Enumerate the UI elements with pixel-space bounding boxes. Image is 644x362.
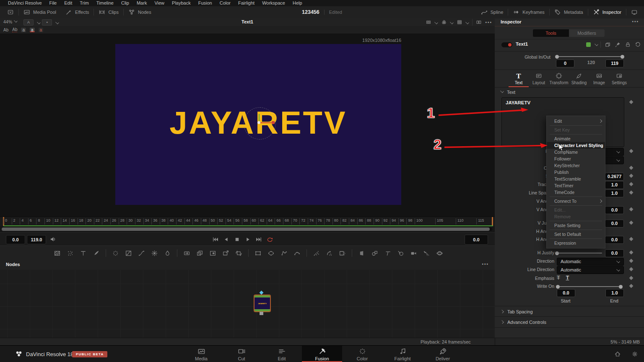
inspector-tab-transform[interactable]: Transform: [549, 70, 569, 87]
split-view-icon[interactable]: [476, 19, 482, 25]
range-end-knob[interactable]: [619, 285, 623, 289]
page-fairlight[interactable]: Fairlight: [382, 346, 423, 362]
section-advanced-controls[interactable]: Advanced Controls: [501, 320, 546, 325]
keyframe-diamond-icon[interactable]: [629, 221, 634, 225]
roi-icon[interactable]: [426, 19, 431, 25]
underline-icon[interactable]: T: [566, 275, 569, 281]
x-axis-handle[interactable]: [259, 122, 273, 123]
text-style-button-5[interactable]: a: [39, 28, 44, 32]
renderer3d-tool-button[interactable]: [436, 250, 443, 257]
speaker-icon[interactable]: [49, 236, 56, 243]
menu-color[interactable]: Color: [216, 0, 234, 6]
scrollbar-thumb[interactable]: [2, 228, 490, 231]
gear-icon[interactable]: [631, 351, 638, 357]
keyframes-button[interactable]: Keyframes: [508, 6, 549, 18]
tab-modifiers[interactable]: Modifiers: [569, 29, 605, 37]
keyframe-diamond-icon[interactable]: [629, 191, 634, 195]
page-edit[interactable]: Edit: [262, 346, 302, 362]
background-tool-button[interactable]: [54, 250, 61, 257]
write-on-end-field[interactable]: 1.0: [605, 289, 624, 297]
global-in-field[interactable]: 0: [556, 59, 574, 67]
menu-timeline[interactable]: Timeline: [93, 0, 117, 6]
play-reverse-button[interactable]: [223, 236, 230, 243]
chevron-down-icon[interactable]: [435, 21, 439, 24]
inspector-tab-text[interactable]: TText: [509, 70, 529, 87]
page-deliver[interactable]: Deliver: [423, 346, 463, 362]
page-fusion[interactable]: Fusion: [302, 346, 342, 362]
context-item-paste-setting[interactable]: Paste Setting: [547, 222, 605, 229]
keyframe-diamond-icon[interactable]: [629, 267, 634, 272]
center-handle[interactable]: [257, 121, 260, 124]
range-start-knob[interactable]: [556, 285, 560, 289]
global-out-field[interactable]: 119: [605, 59, 624, 67]
keyframe-diamond-icon[interactable]: [629, 237, 634, 241]
context-item-follower[interactable]: Follower: [547, 155, 605, 162]
menu-playback[interactable]: Playback: [168, 0, 195, 6]
versions-icon[interactable]: [605, 41, 611, 48]
text-style-button-3[interactable]: a: [21, 28, 26, 32]
text-section-header[interactable]: Text: [501, 90, 515, 95]
stop-button[interactable]: [234, 236, 241, 243]
grid-icon[interactable]: [457, 19, 462, 25]
text-style-button-2[interactable]: Ab: [12, 27, 17, 32]
page-color[interactable]: Color: [342, 346, 382, 362]
home-icon[interactable]: [614, 351, 621, 357]
range-end-marker[interactable]: [492, 217, 493, 226]
reset-icon[interactable]: [635, 41, 641, 48]
context-item-connect-to[interactable]: Connect To: [547, 198, 605, 204]
rectangle-mask-tool-button[interactable]: [254, 250, 262, 257]
range-out-field[interactable]: 119.0: [27, 235, 46, 244]
go-to-start-button[interactable]: [212, 236, 219, 243]
node-input-connector[interactable]: [260, 291, 264, 295]
slider-knob[interactable]: [555, 251, 559, 255]
spline-button[interactable]: Spline: [476, 6, 508, 18]
context-item-compname[interactable]: CompName: [547, 149, 605, 155]
h-justify-slider[interactable]: [557, 253, 602, 253]
node-color-swatch[interactable]: [586, 42, 591, 47]
timeline-ruler[interactable]: 0246810121416182022242628303234363840424…: [0, 217, 495, 227]
range-in-field[interactable]: 0.0: [6, 235, 25, 244]
inspector-tab-settings[interactable]: Settings: [609, 70, 629, 87]
line-direction-dropdown[interactable]: Automatic: [557, 266, 624, 274]
keyframe-diamond-icon[interactable]: [629, 100, 634, 104]
menu-workspace[interactable]: Workspace: [258, 0, 289, 6]
context-item-edit[interactable]: Edit: [547, 118, 605, 124]
text-style-button-4[interactable]: a: [30, 28, 35, 32]
menu-fusion[interactable]: Fusion: [195, 0, 216, 6]
colorcurves-tool-button[interactable]: [125, 250, 132, 257]
ellipse-mask-tool-button[interactable]: [267, 250, 275, 257]
go-to-end-button[interactable]: [255, 236, 262, 243]
menu-trim[interactable]: Trim: [76, 0, 93, 6]
lock-icon[interactable]: [625, 41, 631, 48]
textplus-tool-button[interactable]: [80, 250, 87, 257]
channels-icon[interactable]: [441, 19, 447, 25]
context-item-animate[interactable]: Animate: [547, 135, 605, 142]
menu-fairlight[interactable]: Fairlight: [234, 0, 258, 6]
tab-tools[interactable]: Tools: [533, 29, 569, 37]
keyframe-diamond-icon[interactable]: [629, 284, 634, 288]
v-justify-value-field[interactable]: 0.0: [605, 220, 624, 228]
menu-mark[interactable]: Mark: [133, 0, 151, 6]
keyframe-diamond-icon[interactable]: [629, 174, 634, 178]
write-on-start-field[interactable]: 0.0: [557, 289, 575, 297]
current-time-field[interactable]: 0.0: [465, 235, 488, 245]
inspector-tab-shading[interactable]: Shading: [569, 70, 589, 87]
colorcorrector-tool-button[interactable]: [112, 250, 119, 257]
keyframe-diamond-icon[interactable]: [629, 166, 634, 170]
menu-davinci-resolve[interactable]: DaVinci Resolve: [4, 0, 46, 6]
chevron-down-icon[interactable]: [466, 21, 470, 24]
node-enable-toggle[interactable]: [501, 42, 512, 47]
keyframe-diamond-icon[interactable]: [629, 182, 634, 186]
h-anchor-value-field[interactable]: 0.0: [605, 236, 624, 244]
v-anchor-value-field[interactable]: 0.0: [605, 206, 624, 214]
particle-emitter-tool-button[interactable]: [313, 250, 320, 257]
context-item-publish[interactable]: Publish: [547, 169, 605, 176]
viewer-options-menu[interactable]: •••: [485, 20, 492, 25]
menu-help[interactable]: Help: [289, 0, 306, 6]
chevron-down-icon[interactable]: [595, 42, 598, 46]
page-media[interactable]: Media: [181, 346, 221, 362]
nodes-options-menu[interactable]: •••: [482, 262, 489, 266]
page-cut[interactable]: Cut: [221, 346, 262, 362]
section-tab-spacing[interactable]: Tab Spacing: [501, 309, 533, 314]
inspector-tab-layout[interactable]: Layout: [529, 70, 549, 87]
